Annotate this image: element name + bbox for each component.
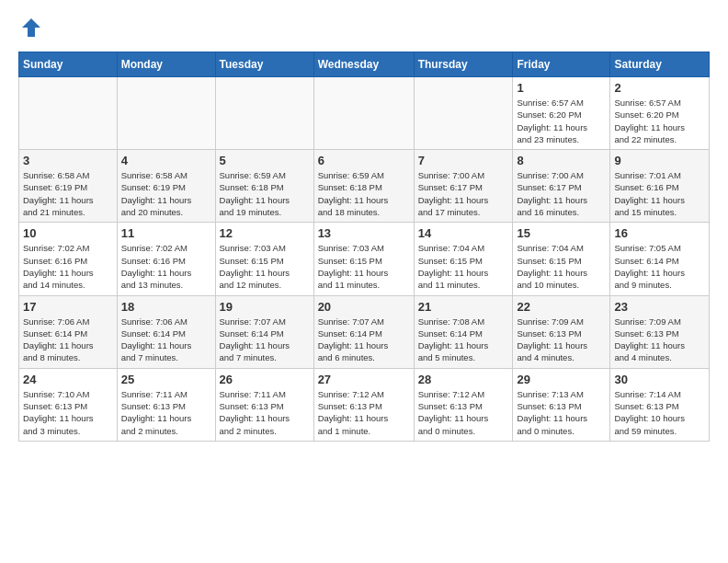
- day-number: 16: [614, 226, 705, 240]
- day-info: Sunrise: 7:11 AM Sunset: 6:13 PM Dayligh…: [220, 388, 310, 437]
- day-number: 11: [121, 226, 211, 240]
- day-info: Sunrise: 7:14 AM Sunset: 6:13 PM Dayligh…: [614, 388, 705, 437]
- day-info: Sunrise: 7:05 AM Sunset: 6:14 PM Dayligh…: [614, 242, 705, 291]
- calendar-cell: 4Sunrise: 6:58 AM Sunset: 6:19 PM Daylig…: [117, 150, 215, 223]
- calendar-cell: 20Sunrise: 7:07 AM Sunset: 6:14 PM Dayli…: [313, 295, 414, 368]
- day-number: 25: [121, 373, 211, 386]
- day-number: 27: [318, 373, 410, 386]
- calendar-week-0: 1Sunrise: 6:57 AM Sunset: 6:20 PM Daylig…: [19, 77, 710, 150]
- day-number: 20: [318, 300, 410, 314]
- calendar-cell: 5Sunrise: 6:59 AM Sunset: 6:18 PM Daylig…: [215, 150, 313, 223]
- calendar-cell: 3Sunrise: 6:58 AM Sunset: 6:19 PM Daylig…: [19, 150, 118, 223]
- calendar-cell: 7Sunrise: 7:00 AM Sunset: 6:17 PM Daylig…: [414, 150, 513, 223]
- calendar-week-2: 10Sunrise: 7:02 AM Sunset: 6:16 PM Dayli…: [19, 223, 710, 295]
- day-info: Sunrise: 7:07 AM Sunset: 6:14 PM Dayligh…: [318, 316, 410, 364]
- day-info: Sunrise: 7:11 AM Sunset: 6:13 PM Dayligh…: [121, 388, 211, 437]
- day-number: 9: [614, 154, 705, 167]
- calendar-cell: 29Sunrise: 7:13 AM Sunset: 6:13 PM Dayli…: [513, 368, 610, 441]
- col-friday: Friday: [513, 52, 610, 77]
- calendar-week-4: 24Sunrise: 7:10 AM Sunset: 6:13 PM Dayli…: [19, 368, 710, 441]
- day-info: Sunrise: 7:00 AM Sunset: 6:17 PM Dayligh…: [517, 169, 606, 218]
- calendar-cell: [414, 77, 513, 150]
- col-sunday: Sunday: [19, 52, 118, 77]
- day-info: Sunrise: 6:58 AM Sunset: 6:19 PM Dayligh…: [23, 169, 113, 218]
- day-number: 13: [318, 226, 410, 240]
- day-info: Sunrise: 7:06 AM Sunset: 6:14 PM Dayligh…: [23, 316, 113, 364]
- calendar-cell: 26Sunrise: 7:11 AM Sunset: 6:13 PM Dayli…: [215, 368, 313, 441]
- day-info: Sunrise: 7:10 AM Sunset: 6:13 PM Dayligh…: [23, 388, 113, 437]
- day-info: Sunrise: 7:09 AM Sunset: 6:13 PM Dayligh…: [614, 316, 705, 364]
- calendar-week-3: 17Sunrise: 7:06 AM Sunset: 6:14 PM Dayli…: [19, 295, 710, 368]
- col-wednesday: Wednesday: [313, 52, 414, 77]
- calendar-cell: 1Sunrise: 6:57 AM Sunset: 6:20 PM Daylig…: [513, 77, 610, 150]
- day-number: 2: [614, 81, 705, 95]
- day-info: Sunrise: 7:07 AM Sunset: 6:14 PM Dayligh…: [220, 316, 310, 364]
- day-number: 12: [220, 226, 310, 240]
- calendar-cell: [215, 77, 313, 150]
- day-number: 28: [418, 373, 509, 386]
- day-number: 14: [418, 226, 509, 240]
- day-number: 24: [23, 373, 113, 386]
- day-number: 30: [614, 373, 705, 386]
- calendar-cell: 19Sunrise: 7:07 AM Sunset: 6:14 PM Dayli…: [215, 295, 313, 368]
- calendar-cell: 23Sunrise: 7:09 AM Sunset: 6:13 PM Dayli…: [610, 295, 710, 368]
- calendar-cell: 17Sunrise: 7:06 AM Sunset: 6:14 PM Dayli…: [19, 295, 118, 368]
- day-number: 23: [614, 300, 705, 314]
- svg-marker-0: [22, 18, 40, 37]
- day-number: 8: [517, 154, 606, 167]
- calendar-cell: 30Sunrise: 7:14 AM Sunset: 6:13 PM Dayli…: [610, 368, 710, 441]
- day-number: 5: [220, 154, 310, 167]
- day-info: Sunrise: 7:02 AM Sunset: 6:16 PM Dayligh…: [23, 242, 113, 291]
- calendar-cell: 21Sunrise: 7:08 AM Sunset: 6:14 PM Dayli…: [414, 295, 513, 368]
- calendar-cell: 2Sunrise: 6:57 AM Sunset: 6:20 PM Daylig…: [610, 77, 710, 150]
- day-number: 17: [23, 300, 113, 314]
- calendar-cell: 22Sunrise: 7:09 AM Sunset: 6:13 PM Dayli…: [513, 295, 610, 368]
- calendar-cell: 11Sunrise: 7:02 AM Sunset: 6:16 PM Dayli…: [117, 223, 215, 295]
- col-saturday: Saturday: [610, 52, 710, 77]
- day-info: Sunrise: 7:04 AM Sunset: 6:15 PM Dayligh…: [517, 242, 606, 291]
- calendar-body: 1Sunrise: 6:57 AM Sunset: 6:20 PM Daylig…: [19, 77, 710, 442]
- day-number: 18: [121, 300, 211, 314]
- day-number: 6: [318, 154, 410, 167]
- day-info: Sunrise: 7:04 AM Sunset: 6:15 PM Dayligh…: [418, 242, 509, 291]
- day-info: Sunrise: 7:03 AM Sunset: 6:15 PM Dayligh…: [220, 242, 310, 291]
- day-number: 10: [23, 226, 113, 240]
- day-info: Sunrise: 7:02 AM Sunset: 6:16 PM Dayligh…: [121, 242, 211, 291]
- calendar-cell: 10Sunrise: 7:02 AM Sunset: 6:16 PM Dayli…: [19, 223, 118, 295]
- calendar-header: Sunday Monday Tuesday Wednesday Thursday…: [19, 52, 710, 77]
- calendar-cell: 14Sunrise: 7:04 AM Sunset: 6:15 PM Dayli…: [414, 223, 513, 295]
- page: Sunday Monday Tuesday Wednesday Thursday…: [0, 0, 728, 456]
- calendar-cell: 8Sunrise: 7:00 AM Sunset: 6:17 PM Daylig…: [513, 150, 610, 223]
- calendar-cell: [313, 77, 414, 150]
- day-info: Sunrise: 7:01 AM Sunset: 6:16 PM Dayligh…: [614, 169, 705, 218]
- calendar-cell: 9Sunrise: 7:01 AM Sunset: 6:16 PM Daylig…: [610, 150, 710, 223]
- calendar-cell: 27Sunrise: 7:12 AM Sunset: 6:13 PM Dayli…: [313, 368, 414, 441]
- calendar-cell: 12Sunrise: 7:03 AM Sunset: 6:15 PM Dayli…: [215, 223, 313, 295]
- day-info: Sunrise: 6:59 AM Sunset: 6:18 PM Dayligh…: [220, 169, 310, 218]
- day-number: 22: [517, 300, 606, 314]
- day-number: 3: [23, 154, 113, 167]
- header: [18, 15, 710, 40]
- calendar-cell: 6Sunrise: 6:59 AM Sunset: 6:18 PM Daylig…: [313, 150, 414, 223]
- day-number: 26: [220, 373, 310, 386]
- calendar-cell: 13Sunrise: 7:03 AM Sunset: 6:15 PM Dayli…: [313, 223, 414, 295]
- day-info: Sunrise: 7:13 AM Sunset: 6:13 PM Dayligh…: [517, 388, 606, 437]
- day-info: Sunrise: 6:59 AM Sunset: 6:18 PM Dayligh…: [318, 169, 410, 218]
- calendar-cell: 15Sunrise: 7:04 AM Sunset: 6:15 PM Dayli…: [513, 223, 610, 295]
- day-number: 21: [418, 300, 509, 314]
- day-info: Sunrise: 6:57 AM Sunset: 6:20 PM Dayligh…: [614, 97, 705, 145]
- day-info: Sunrise: 7:12 AM Sunset: 6:13 PM Dayligh…: [318, 388, 410, 437]
- calendar-cell: [19, 77, 118, 150]
- calendar-cell: [117, 77, 215, 150]
- weekday-row: Sunday Monday Tuesday Wednesday Thursday…: [19, 52, 710, 77]
- day-info: Sunrise: 7:08 AM Sunset: 6:14 PM Dayligh…: [418, 316, 509, 364]
- day-info: Sunrise: 7:06 AM Sunset: 6:14 PM Dayligh…: [121, 316, 211, 364]
- logo: [18, 15, 48, 40]
- day-info: Sunrise: 7:03 AM Sunset: 6:15 PM Dayligh…: [318, 242, 410, 291]
- col-thursday: Thursday: [414, 52, 513, 77]
- calendar-cell: 24Sunrise: 7:10 AM Sunset: 6:13 PM Dayli…: [19, 368, 118, 441]
- day-number: 15: [517, 226, 606, 240]
- day-info: Sunrise: 7:00 AM Sunset: 6:17 PM Dayligh…: [418, 169, 509, 218]
- day-info: Sunrise: 6:57 AM Sunset: 6:20 PM Dayligh…: [517, 97, 606, 145]
- calendar-cell: 18Sunrise: 7:06 AM Sunset: 6:14 PM Dayli…: [117, 295, 215, 368]
